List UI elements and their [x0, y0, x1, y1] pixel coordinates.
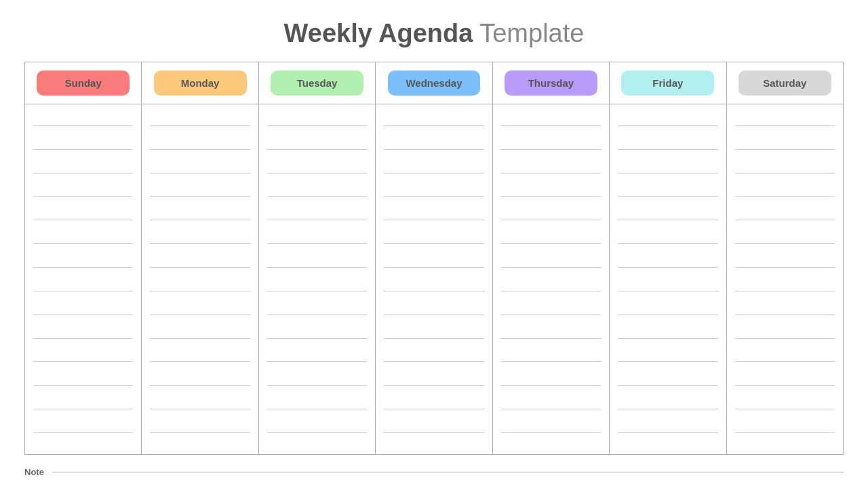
line-item — [735, 173, 835, 174]
line-item — [501, 196, 601, 197]
line-item — [33, 125, 133, 126]
day-badge-monday: Monday — [154, 70, 247, 96]
line-item — [384, 432, 484, 433]
line-item — [33, 243, 133, 244]
lines-cell-monday — [142, 104, 258, 455]
lines-container — [384, 114, 484, 445]
line-item — [501, 432, 601, 433]
title-light: Template — [473, 19, 584, 47]
line-item — [267, 267, 367, 268]
line-item — [384, 385, 484, 386]
day-badge-friday: Friday — [621, 70, 714, 96]
day-badge-tuesday: Tuesday — [271, 70, 363, 96]
lines-container — [735, 114, 835, 445]
line-item — [735, 314, 835, 315]
line-item — [267, 338, 367, 339]
header-cell-monday: Monday — [142, 62, 258, 104]
line-item — [33, 149, 133, 150]
line-item — [267, 361, 367, 362]
line-item — [267, 291, 367, 291]
line-item — [384, 220, 484, 220]
line-item — [501, 220, 601, 220]
title-area: Weekly Agenda Template — [24, 0, 844, 62]
line-item — [618, 196, 717, 197]
line-item — [267, 314, 367, 315]
header-cell-friday: Friday — [610, 62, 726, 104]
lines-cell-saturday — [726, 104, 843, 455]
line-item — [501, 291, 601, 291]
line-item — [735, 291, 835, 291]
line-item — [150, 196, 250, 197]
line-item — [267, 409, 367, 409]
header-row: SundayMondayTuesdayWednesdayThursdayFrid… — [25, 62, 844, 104]
line-item — [618, 432, 717, 433]
line-item — [150, 385, 250, 386]
page-container: Weekly Agenda Template SundayMondayTuesd… — [0, 0, 868, 488]
title-bold: Weekly Agenda — [284, 19, 473, 47]
line-item — [33, 196, 133, 197]
lines-container — [267, 114, 367, 445]
line-item — [618, 267, 717, 268]
line-item — [33, 220, 133, 220]
header-cell-tuesday: Tuesday — [258, 62, 375, 104]
line-item — [618, 220, 717, 220]
calendar-table: SundayMondayTuesdayWednesdayThursdayFrid… — [24, 62, 844, 455]
line-item — [33, 291, 133, 291]
header-cell-sunday: Sunday — [25, 62, 142, 104]
line-item — [735, 432, 835, 433]
line-item — [150, 361, 250, 362]
line-item — [384, 173, 484, 174]
lines-cell-friday — [610, 104, 726, 455]
line-item — [267, 196, 367, 197]
line-item — [735, 243, 835, 244]
line-item — [150, 291, 250, 291]
line-item — [735, 361, 835, 362]
line-item — [267, 243, 367, 244]
lines-cell-thursday — [492, 104, 609, 455]
line-item — [735, 338, 835, 339]
line-item — [384, 149, 484, 150]
lines-cell-tuesday — [258, 104, 375, 455]
line-item — [150, 409, 250, 409]
line-item — [150, 243, 250, 244]
line-item — [618, 149, 717, 150]
line-item — [735, 196, 835, 197]
note-line — [52, 472, 844, 472]
lines-cell-wednesday — [376, 104, 492, 455]
line-item — [384, 291, 484, 291]
header-cell-thursday: Thursday — [492, 62, 609, 104]
line-item — [384, 196, 484, 197]
line-item — [501, 409, 601, 409]
line-item — [33, 409, 133, 409]
lines-container — [150, 114, 250, 445]
line-item — [501, 125, 601, 126]
line-item — [735, 149, 835, 150]
line-item — [618, 338, 717, 339]
line-item — [267, 125, 367, 126]
line-item — [384, 125, 484, 126]
line-item — [735, 409, 835, 409]
day-badge-sunday: Sunday — [37, 70, 130, 96]
line-item — [735, 385, 835, 386]
line-item — [33, 432, 133, 433]
line-item — [735, 267, 835, 268]
line-item — [150, 220, 250, 220]
line-item — [618, 173, 717, 174]
lines-row — [25, 104, 844, 455]
line-item — [618, 243, 717, 244]
line-item — [384, 314, 484, 315]
line-item — [384, 409, 484, 409]
line-item — [267, 173, 367, 174]
line-item — [384, 267, 484, 268]
day-badge-thursday: Thursday — [505, 70, 597, 96]
line-item — [735, 125, 835, 126]
line-item — [384, 361, 484, 362]
line-item — [33, 173, 133, 174]
lines-container — [501, 114, 601, 445]
line-item — [33, 338, 133, 339]
line-item — [618, 125, 717, 126]
line-item — [33, 361, 133, 362]
line-item — [618, 409, 717, 409]
line-item — [618, 314, 717, 315]
day-badge-wednesday: Wednesday — [388, 70, 481, 96]
